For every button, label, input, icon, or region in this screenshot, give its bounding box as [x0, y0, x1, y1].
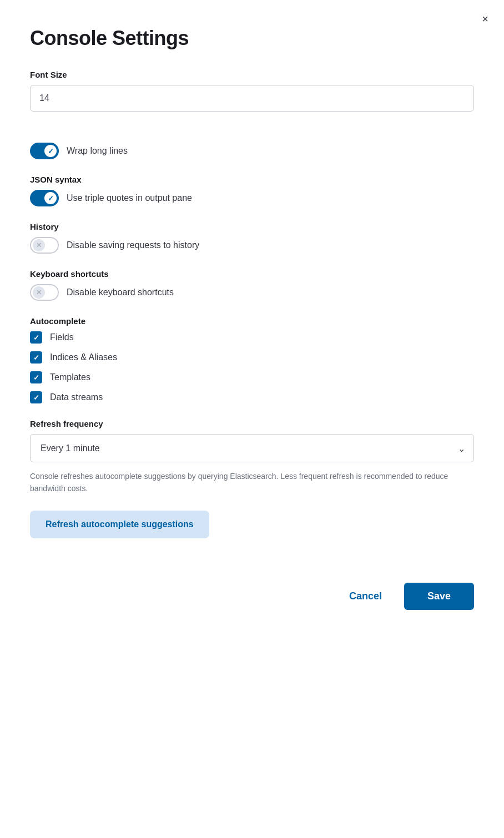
json-syntax-toggle-label: Use triple quotes in output pane — [67, 193, 192, 203]
font-size-input[interactable] — [30, 85, 474, 112]
refresh-description: Console refreshes autocomplete suggestio… — [30, 470, 474, 495]
history-label: History — [30, 222, 474, 231]
font-size-label: Font Size — [30, 70, 474, 79]
autocomplete-fields-checkbox[interactable]: ✓ — [30, 331, 42, 344]
autocomplete-templates-label: Templates — [50, 372, 90, 382]
autocomplete-fields-label: Fields — [50, 332, 74, 342]
autocomplete-datastreams-label: Data streams — [50, 392, 103, 402]
refresh-frequency-label: Refresh frequency — [30, 419, 474, 428]
autocomplete-label: Autocomplete — [30, 316, 474, 326]
indices-check-icon: ✓ — [33, 354, 39, 362]
templates-check-icon: ✓ — [33, 373, 39, 382]
refresh-frequency-section: Refresh frequency Every 1 minute Every 5… — [30, 419, 474, 495]
history-toggle[interactable]: ✕ — [30, 237, 59, 254]
json-syntax-toggle-row: ✓ Use triple quotes in output pane — [30, 190, 474, 206]
wrap-long-lines-toggle[interactable]: ✓ — [30, 143, 59, 159]
cancel-button[interactable]: Cancel — [340, 584, 391, 609]
footer-actions: Cancel Save — [30, 572, 474, 610]
keyboard-shortcuts-label: Keyboard shortcuts — [30, 269, 474, 279]
wrap-long-lines-row: ✓ Wrap long lines — [30, 143, 474, 159]
autocomplete-datastreams-checkbox[interactable]: ✓ — [30, 391, 42, 403]
refresh-suggestions-button[interactable]: Refresh autocomplete suggestions — [30, 511, 209, 538]
save-button[interactable]: Save — [404, 583, 474, 610]
wrap-long-lines-label: Wrap long lines — [67, 146, 128, 156]
fields-check-icon: ✓ — [33, 334, 39, 342]
keyboard-shortcuts-toggle-label: Disable keyboard shortcuts — [67, 287, 174, 297]
keyboard-shortcuts-toggle[interactable]: ✕ — [30, 284, 59, 301]
font-size-section: Font Size — [30, 70, 474, 127]
autocomplete-indices-row: ✓ Indices & Aliases — [30, 351, 474, 364]
datastreams-check-icon: ✓ — [33, 393, 39, 402]
refresh-frequency-dropdown-container: Every 1 minute Every 5 minutes Every 10 … — [30, 434, 474, 462]
toggle-check-icon: ✓ — [48, 147, 54, 155]
refresh-frequency-select[interactable]: Every 1 minute Every 5 minutes Every 10 … — [30, 434, 474, 462]
keyboard-toggle-x-icon: ✕ — [36, 289, 42, 296]
history-toggle-row: ✕ Disable saving requests to history — [30, 237, 474, 254]
keyboard-shortcuts-section: Keyboard shortcuts ✕ Disable keyboard sh… — [30, 269, 474, 301]
json-syntax-section: JSON syntax ✓ Use triple quotes in outpu… — [30, 175, 474, 206]
keyboard-shortcuts-toggle-row: ✕ Disable keyboard shortcuts — [30, 284, 474, 301]
autocomplete-datastreams-row: ✓ Data streams — [30, 391, 474, 403]
close-button[interactable]: × — [480, 11, 491, 27]
json-syntax-toggle[interactable]: ✓ — [30, 190, 59, 206]
json-syntax-label: JSON syntax — [30, 175, 474, 184]
autocomplete-fields-row: ✓ Fields — [30, 331, 474, 344]
history-section: History ✕ Disable saving requests to his… — [30, 222, 474, 254]
autocomplete-section: Autocomplete ✓ Fields ✓ Indices & Aliase… — [30, 316, 474, 403]
autocomplete-templates-row: ✓ Templates — [30, 371, 474, 383]
json-toggle-check-icon: ✓ — [48, 194, 54, 203]
autocomplete-templates-checkbox[interactable]: ✓ — [30, 371, 42, 383]
modal-container: × Console Settings Font Size ✓ Wrap long… — [0, 0, 504, 838]
autocomplete-indices-label: Indices & Aliases — [50, 352, 117, 362]
autocomplete-indices-checkbox[interactable]: ✓ — [30, 351, 42, 364]
page-title: Console Settings — [30, 27, 474, 50]
history-toggle-x-icon: ✕ — [36, 241, 42, 249]
history-toggle-label: Disable saving requests to history — [67, 240, 199, 250]
